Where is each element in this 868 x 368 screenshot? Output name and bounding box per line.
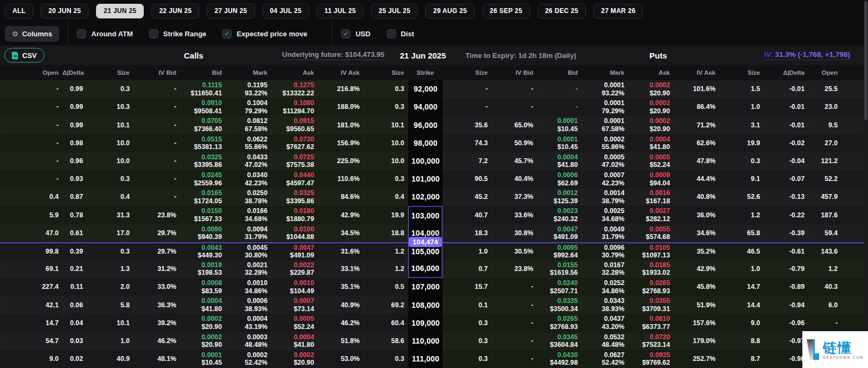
call-bid-cell[interactable]: 0.0910$9508.41 xyxy=(180,98,226,116)
column-header-iv-ask[interactable]: IV Ask xyxy=(674,69,719,76)
scrollbar-track[interactable] xyxy=(864,0,868,368)
underlying-future-price[interactable]: Underlying future: $104,473.95 xyxy=(282,50,385,60)
put-bid-cell[interactable]: 0.0430$4492.98 xyxy=(537,350,582,368)
put-mark-cell[interactable]: 0.000255.86% xyxy=(582,134,628,152)
call-bid-cell[interactable]: 0.0705$7366.40 xyxy=(180,116,226,134)
call-ask-cell[interactable]: 0.0180$1880.79 xyxy=(271,206,318,224)
call-mark-cell[interactable]: 0.000638.93% xyxy=(226,296,271,314)
call-mark-cell[interactable]: 0.000348.48% xyxy=(226,332,271,350)
call-bid-cell[interactable]: 0.0002$20.90 xyxy=(180,314,226,332)
call-ask-cell[interactable]: 0.1080$11284.70 xyxy=(271,98,318,116)
call-ask-cell[interactable]: 0.0004$41.80 xyxy=(271,332,318,350)
put-bid-cell[interactable]: 0.0006$62.69 xyxy=(537,170,582,188)
tab-11-jul-25[interactable]: 11 JUL 25 xyxy=(317,4,363,18)
column-header-bid[interactable]: Bid xyxy=(180,69,226,76)
put-ask-cell[interactable]: 0.0720$7523.14 xyxy=(628,332,674,350)
column-header-bid[interactable]: Bid xyxy=(537,69,582,76)
put-mark-cell[interactable]: 0.000547.02% xyxy=(582,152,628,170)
column-header-delta[interactable]: Δ|Delta xyxy=(62,69,87,76)
tab-25-jul-25[interactable]: 25 JUL 25 xyxy=(371,4,418,18)
call-ask-cell[interactable]: 0.1275$13322.22 xyxy=(271,80,318,98)
call-mark-cell[interactable]: 0.000443.19% xyxy=(226,314,271,332)
call-ask-cell[interactable]: 0.0725$7575.38 xyxy=(271,152,318,170)
call-bid-cell[interactable]: 0.0043$449.30 xyxy=(180,243,226,260)
column-header-delta[interactable]: Δ|Delta xyxy=(764,69,808,76)
call-bid-cell[interactable]: 0.0001$10.45 xyxy=(180,350,226,368)
put-bid-cell[interactable]: 0.0335$3500.34 xyxy=(537,296,582,314)
column-header-strike[interactable]: Strike xyxy=(408,69,443,76)
put-ask-cell[interactable]: 0.0002$20.90 xyxy=(628,80,674,98)
put-bid-cell[interactable]: 0.0155$1619.56 xyxy=(537,260,582,278)
call-mark-cell[interactable]: 0.002132.28% xyxy=(226,260,271,278)
call-bid-cell[interactable]: 0.0515$5381.13 xyxy=(180,134,226,152)
call-mark-cell[interactable]: 0.034042.23% xyxy=(226,170,271,188)
tab-26-dec-25[interactable]: 26 DEC 25 xyxy=(538,4,586,18)
call-bid-cell[interactable]: 0.0008$83.59 xyxy=(180,278,226,296)
tab-20-jun-25[interactable]: 20 JUN 25 xyxy=(41,4,88,18)
put-ask-cell[interactable]: 0.0355$3709.31 xyxy=(628,296,674,314)
tab-29-aug-25[interactable]: 29 AUG 25 xyxy=(425,4,474,18)
call-ask-cell[interactable]: 0.0005$52.24 xyxy=(271,314,318,332)
call-bid-cell[interactable]: 0.0150$1567.33 xyxy=(180,206,226,224)
tab-all[interactable]: ALL xyxy=(5,4,33,18)
column-header-open[interactable]: Open xyxy=(0,69,62,76)
tab-22-jun-25[interactable]: 22 JUN 25 xyxy=(151,4,199,18)
tab-21-jun-25[interactable]: 21 JUN 25 xyxy=(96,4,144,18)
put-ask-cell[interactable]: 0.0002$20.90 xyxy=(628,98,674,116)
put-bid-cell[interactable]: 0.0004$41.80 xyxy=(537,152,582,170)
checkbox-around-atm[interactable]: ✓Around ATM xyxy=(77,29,133,38)
call-mark-cell[interactable]: 0.025038.78% xyxy=(226,188,271,206)
call-bid-cell[interactable]: 0.0004$41.80 xyxy=(180,296,226,314)
tab-26-sep-25[interactable]: 26 SEP 25 xyxy=(482,4,530,18)
column-header-iv-ask[interactable]: IV Ask xyxy=(318,69,363,76)
column-header-size[interactable]: Size xyxy=(87,69,133,76)
call-mark-cell[interactable]: 0.001034.86% xyxy=(226,278,271,296)
call-ask-cell[interactable]: 0.0440$4597.47 xyxy=(271,170,318,188)
put-mark-cell[interactable]: 0.025234.86% xyxy=(582,278,628,296)
put-ask-cell[interactable]: 0.0265$2768.93 xyxy=(628,278,674,296)
put-mark-cell[interactable]: 0.009630.79% xyxy=(582,243,628,260)
call-ask-cell[interactable]: 0.0100$1044.88 xyxy=(271,224,318,242)
put-mark-cell[interactable]: 0.000167.58% xyxy=(582,116,628,134)
put-bid-cell[interactable]: 0.0023$240.32 xyxy=(537,206,582,224)
put-mark-cell[interactable]: 0.016732.28% xyxy=(582,260,628,278)
call-ask-cell[interactable]: 0.0010$104.49 xyxy=(271,278,318,296)
call-ask-cell[interactable]: 0.0022$229.87 xyxy=(271,260,318,278)
tab-04-jul-25[interactable]: 04 JUL 25 xyxy=(263,4,310,18)
implied-volatility-summary[interactable]: IV: 31.3% (-1,768, +1,798) xyxy=(764,50,850,60)
column-header-open[interactable]: Open xyxy=(808,69,868,76)
call-mark-cell[interactable]: 0.000252.42% xyxy=(226,350,271,368)
put-bid-cell[interactable]: 0.0001$10.45 xyxy=(537,134,582,152)
call-ask-cell[interactable]: 0.0007$73.14 xyxy=(271,296,318,314)
tab-27-jun-25[interactable]: 27 JUN 25 xyxy=(207,4,254,18)
checkbox-dist[interactable]: ✓Dist xyxy=(387,29,414,38)
call-bid-cell[interactable]: 0.0245$2559.96 xyxy=(180,170,226,188)
column-header-iv-bid[interactable]: IV Bid xyxy=(133,69,180,76)
column-header-mark[interactable]: Mark xyxy=(582,69,628,76)
call-bid-cell[interactable]: 0.0002$20.90 xyxy=(180,332,226,350)
call-ask-cell[interactable]: 0.0047$491.09 xyxy=(271,243,318,260)
put-ask-cell[interactable]: 0.0004$41.80 xyxy=(628,134,674,152)
call-mark-cell[interactable]: 0.062255.86% xyxy=(226,134,271,152)
put-bid-cell[interactable]: 0.0001$10.45 xyxy=(537,116,582,134)
call-mark-cell[interactable]: 0.009431.79% xyxy=(226,224,271,242)
put-bid-cell[interactable]: 0.0345$3604.84 xyxy=(537,332,582,350)
put-ask-cell[interactable]: 0.0055$574.68 xyxy=(628,224,674,242)
put-ask-cell[interactable]: 0.0002$20.90 xyxy=(628,116,674,134)
column-header-size[interactable]: Size xyxy=(719,69,764,76)
call-bid-cell[interactable]: 0.0165$1724.05 xyxy=(180,188,226,206)
csv-export-button[interactable]: CSV xyxy=(4,48,44,63)
call-bid-cell[interactable]: 0.0325$3395.86 xyxy=(180,152,226,170)
checkbox-expected-price-move[interactable]: ✓Expected price move xyxy=(222,29,307,38)
column-header-ask[interactable]: Ask xyxy=(628,69,674,76)
put-bid-cell[interactable]: 0.0240$2507.71 xyxy=(537,278,582,296)
call-bid-cell[interactable]: 0.1115$11650.41 xyxy=(180,80,226,98)
put-bid-cell[interactable]: 0.0265$2768.93 xyxy=(537,314,582,332)
put-mark-cell[interactable]: 0.002534.68% xyxy=(582,206,628,224)
put-bid-cell[interactable]: 0.0095$992.64 xyxy=(537,243,582,260)
column-header-ask[interactable]: Ask xyxy=(271,69,318,76)
checkbox-usd[interactable]: ✓USD xyxy=(341,29,370,38)
put-mark-cell[interactable]: 0.000193.22% xyxy=(582,80,628,98)
column-header-size[interactable]: Size xyxy=(443,69,492,76)
put-ask-cell[interactable]: 0.0105$1097.13 xyxy=(628,243,674,260)
